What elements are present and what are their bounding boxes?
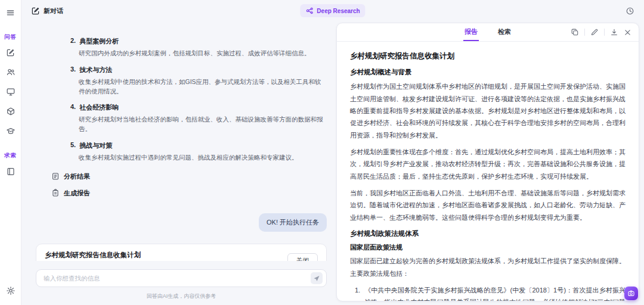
step-description: 收集乡村规划实施过程中遇到的常见问题、挑战及相应的解决策略和专家建议。 [79,153,327,163]
send-icon [313,275,320,282]
report-paragraph: 乡村规划作为国土空间规划体系中乡村地区的详细规划，是开展国土空间开发保护活动、实… [350,80,626,141]
users-icon [6,67,16,77]
toolbar-divider [604,29,605,36]
deep-research-icon [305,7,314,15]
step-number: 5. [70,141,76,150]
compose-icon [6,48,15,57]
gear-icon [6,286,16,295]
report-paragraph: 当前，我国乡村地区正面临着人口外流、土地利用不合理、基础设施落后等问题，乡村规划… [350,187,626,223]
content-area: 2.典型案例分析 研究国内外成功的乡村规划案例，包括规划目标、实施过程、成效评估… [21,21,644,305]
settings-button[interactable] [4,284,18,298]
plan-step: 3.技术与方法 收集乡村规划中使用的技术和方法，如GIS应用、参与式规划方法等，… [70,66,327,97]
tab-report[interactable]: 报告 [463,23,479,41]
app-root: 问答 求索 新对话 [0,0,644,305]
deep-research-badge[interactable]: Deep Research [300,4,365,17]
report-panel: 报告 检索 [336,23,639,301]
step-title: 典型案例分析 [79,37,119,46]
step-description: 研究乡村规划对当地社会经济的影响，包括就业、收入、基础设施改善等方面的数据和报告… [79,115,327,134]
action-analysis[interactable]: 分析结果 [51,172,327,181]
report-paragraph: 国家层面已建立起较为完善的乡村规划政策法规体系，为乡村规划工作提供了坚实的制度保… [350,255,626,279]
download-button[interactable] [610,28,618,36]
report-header: 报告 检索 [337,23,639,42]
clipboard-icon [51,189,60,197]
deep-research-label: Deep Research [317,8,360,14]
new-chat-label: 新对话 [44,7,63,15]
chat-input[interactable] [44,275,311,282]
chat-scroll-area[interactable]: 2.典型案例分析 研究国内外成功的乡村规划案例，包括规划目标、实施过程、成效评估… [36,21,327,261]
step-title: 社会经济影响 [79,103,119,112]
apps-button[interactable] [4,104,18,119]
graduation-cap-icon [6,126,16,136]
plan-steps: 2.典型案例分析 研究国内外成功的乡村规划案例，包括规划目标、实施过程、成效评估… [70,37,327,163]
topbar: 新对话 Deep Research [21,0,644,21]
tab-search[interactable]: 检索 [497,23,512,41]
step-description: 研究国内外成功的乡村规划案例，包括规划目标、实施过程、成效评估等详细信息。 [79,49,327,58]
rail-label-qa: 问答 [4,33,17,41]
ai-disclaimer: 回答由AI生成，内容仅供参考 [36,292,327,300]
history-button[interactable] [626,7,634,15]
action-label: 生成报告 [64,189,90,198]
pen-icon [590,28,599,36]
user-message-row: OK! 开始执行任务 [36,213,327,232]
list-item-text: 《中共中央国务院关于实施乡村振兴战略的意见》(中发〔2018〕1号)：首次提出乡… [364,284,626,301]
list-item-number: 1. [355,284,360,301]
report-task-card[interactable]: 乡村规划研究报告信息收集计划 报告已完成 关闭 [36,244,327,262]
close-panel-button[interactable] [624,29,631,36]
left-rail: 问答 求索 [0,0,21,305]
step-description: 收集乡村规划中使用的技术和方法，如GIS应用、参与式规划方法等，以及相关工具和软… [79,77,327,97]
step-number: 3. [70,66,76,74]
report-paragraph: 乡村规划的重要性体现在多个维度：首先，通过规划优化乡村空间布局，提高土地利用效率… [350,146,626,182]
task-card-text: 乡村规划研究报告信息收集计划 报告已完成 [45,251,141,262]
action-generate-report[interactable]: 生成报告 [51,189,327,198]
compose-icon [31,7,40,15]
learn-button[interactable] [4,124,18,138]
workspace-button[interactable] [4,85,18,99]
new-chat-button[interactable]: 新对话 [31,7,63,15]
screenshot-widget-button[interactable] [624,287,638,300]
task-close-button[interactable]: 关闭 [287,253,318,261]
chat-panel: 2.典型案例分析 研究国内外成功的乡村规划案例，包括规划目标、实施过程、成效评估… [21,21,335,305]
report-heading: 乡村规划政策法规体系 [350,228,626,239]
send-button[interactable] [311,272,323,284]
step-number: 4. [70,103,76,112]
report-heading: 乡村规划概述与背景 [350,67,626,77]
download-icon [610,28,618,36]
report-title: 乡村规划研究报告信息收集计划 [350,50,626,62]
library-button[interactable] [4,164,18,179]
document-icon [51,172,60,180]
chat-input-row [36,269,327,287]
copy-button[interactable] [571,28,579,36]
book-icon [6,167,16,176]
new-chat-rail-button[interactable] [4,46,17,60]
report-tabs: 报告 检索 [463,23,512,41]
report-toolbar [571,28,631,36]
toolbar-divider [584,29,585,36]
camera-icon [627,290,635,297]
close-icon [624,29,631,36]
agents-button[interactable] [4,65,18,79]
plan-actions: 分析结果 生成报告 [51,172,327,198]
copy-icon [571,28,579,36]
user-message-bubble: OK! 开始执行任务 [259,213,327,232]
report-content[interactable]: 乡村规划研究报告信息收集计划 乡村规划概述与背景 乡村规划作为国土空间规划体系中… [337,42,639,301]
report-list-item: 1. 《中共中央国务院关于实施乡村振兴战略的意见》(中发〔2018〕1号)：首次… [350,284,626,301]
menu-icon [6,8,15,17]
plan-step: 5.挑战与对策 收集乡村规划实施过程中遇到的常见问题、挑战及相应的解决策略和专家… [70,141,327,163]
report-subheading: 国家层面政策法规 [350,242,626,253]
step-number: 2. [70,37,76,46]
monitor-icon [6,87,16,97]
task-card-title: 乡村规划研究报告信息收集计划 [45,251,141,260]
history-icon [626,7,634,15]
main-column: 新对话 Deep Research 2.典型案例分析 研究国内外成功的乡村规划案… [21,0,644,305]
rail-label-research: 求索 [4,152,17,160]
cube-icon [6,107,16,116]
plan-step: 4.社会经济影响 研究乡村规划对当地社会经济的影响，包括就业、收入、基础设施改善… [70,103,327,134]
plan-step: 2.典型案例分析 研究国内外成功的乡村规划案例，包括规划目标、实施过程、成效评估… [70,37,327,58]
step-title: 挑战与对策 [79,141,112,150]
action-label: 分析结果 [64,172,90,181]
menu-button[interactable] [4,6,17,20]
edit-button[interactable] [590,28,599,36]
step-title: 技术与方法 [79,66,112,74]
